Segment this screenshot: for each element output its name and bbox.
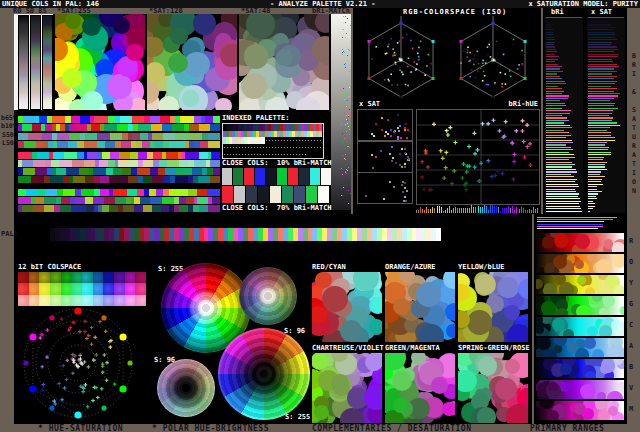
empty-slot	[304, 151, 307, 158]
scatter-dot	[389, 181, 391, 183]
color-blob	[585, 287, 595, 294]
value-bar	[546, 179, 577, 180]
strip-segment	[132, 133, 140, 140]
primary-range-letter: V	[629, 385, 633, 392]
bri-bars-column	[545, 17, 583, 213]
colspace-cell	[71, 295, 82, 306]
value-bar	[588, 125, 620, 126]
primary-range-band	[536, 317, 624, 336]
match-dot	[350, 61, 351, 62]
strip-segment	[208, 205, 220, 212]
polar-circle-s255-dark	[218, 328, 310, 420]
scatter-dot	[375, 156, 377, 158]
color-blob	[587, 326, 598, 336]
scatter-dot	[391, 146, 393, 148]
value-bar	[546, 127, 572, 128]
colspace-cell	[114, 295, 125, 306]
strip-segment	[94, 176, 101, 183]
strip-segment	[100, 176, 109, 183]
value-bar	[588, 122, 617, 123]
value-bar	[546, 206, 580, 207]
strip-segment	[97, 141, 105, 148]
color-blob	[393, 298, 410, 315]
value-bar	[588, 208, 593, 209]
value-bar	[588, 29, 613, 30]
value-bar	[588, 130, 607, 131]
empty-slot	[319, 144, 322, 151]
value-bar	[588, 81, 617, 82]
strip-segment	[36, 197, 45, 204]
colspace-cell	[82, 283, 93, 294]
value-bar	[588, 46, 617, 47]
palette-analysis-block: INDEXED PALETTE: CLOSE COLS: 10% bRi-MAT…	[14, 14, 351, 214]
match-dot	[348, 203, 349, 204]
colspace-cell	[103, 283, 114, 294]
value-bar	[546, 117, 567, 118]
match-dot	[344, 52, 345, 53]
color-blob	[595, 401, 607, 410]
ruler-tick	[496, 206, 497, 213]
strip-segment	[118, 160, 127, 167]
scatter-dot	[372, 167, 374, 169]
value-bar	[588, 201, 593, 202]
value-bar	[546, 122, 564, 123]
strip-segment	[24, 141, 36, 148]
ruler-tick	[504, 208, 505, 213]
value-bar	[588, 144, 605, 145]
strip-segment	[80, 116, 90, 123]
strip-segment	[73, 176, 85, 183]
strip-segment	[128, 176, 139, 183]
scatter-dot	[385, 131, 387, 133]
colspace12-title: 12 bIT COLSPACE	[18, 264, 81, 271]
color-blob	[536, 325, 544, 334]
strip-segment	[143, 176, 152, 183]
ruler-tick	[535, 209, 536, 213]
match-dot	[347, 170, 348, 171]
scatter-dot	[390, 135, 392, 137]
value-bar	[588, 171, 601, 172]
match-dot	[345, 67, 346, 68]
rgb-cubes	[353, 16, 541, 100]
ruler-tick	[422, 209, 423, 213]
match-dot	[346, 100, 347, 101]
ruler-tick	[529, 209, 530, 213]
scatter-dot	[401, 148, 403, 150]
match-dot	[342, 142, 343, 143]
strip-segment	[105, 141, 116, 148]
color-blob	[547, 410, 559, 420]
close-cols-70-swatches	[222, 186, 329, 203]
strip-segment	[22, 124, 32, 131]
comp-label-chartreuse-violet: CHARTREUSE/VIOLET	[312, 345, 384, 352]
match-dot	[342, 195, 343, 196]
value-bar	[588, 88, 617, 89]
strip-segment	[108, 160, 115, 167]
match-dot	[349, 109, 350, 110]
close-col-swatch	[310, 168, 320, 185]
palette-strip-row	[18, 197, 220, 204]
close-col-swatch	[318, 186, 329, 203]
strip-segment	[106, 168, 113, 175]
strip-segment	[110, 133, 122, 140]
decor-line	[537, 221, 604, 222]
caption-hue-saturation: * HUE-SATURATION	[38, 424, 123, 432]
value-bar	[588, 115, 609, 116]
value-bar	[546, 71, 563, 72]
color-blob	[65, 14, 82, 29]
strip-segment	[77, 152, 84, 159]
color-blob	[312, 36, 329, 63]
ruler-tick	[521, 207, 522, 213]
palette-strip-row	[18, 116, 220, 123]
match-dot	[346, 106, 347, 107]
value-bar	[546, 39, 555, 40]
value-bar	[588, 189, 597, 190]
ruler-tick	[461, 208, 462, 213]
strip-segment	[152, 205, 161, 212]
close-col-swatch	[321, 168, 331, 185]
match-dot	[341, 168, 342, 169]
strip-segment	[33, 205, 44, 212]
value-bar	[546, 46, 555, 47]
value-bar	[588, 19, 603, 20]
strip-segment	[205, 116, 213, 123]
value-bar	[546, 135, 571, 136]
strip-segment	[52, 116, 65, 123]
